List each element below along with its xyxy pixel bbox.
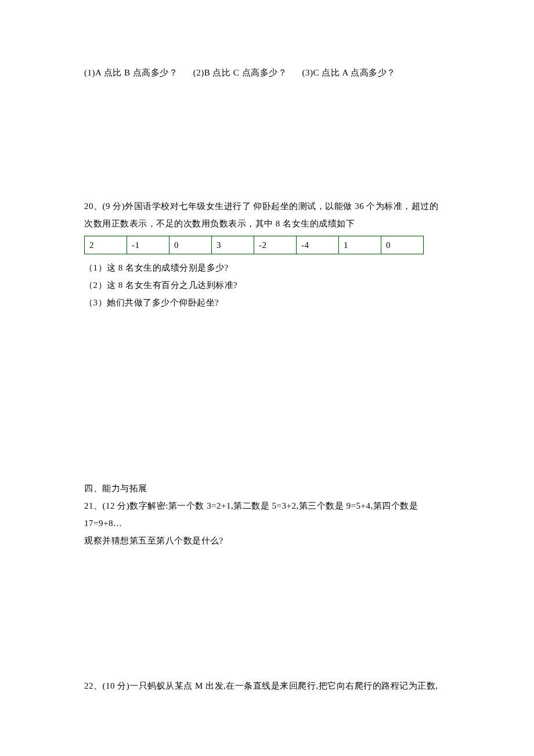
q20-data-table: 2 -1 0 3 -2 -4 1 0	[84, 236, 424, 254]
q20-sub-3: （3）她们共做了多少个仰卧起坐?	[84, 294, 450, 311]
section-4-title: 四、能力与拓展	[84, 480, 450, 497]
q19-part-1: (1)A 点比 B 点高多少？	[84, 68, 178, 77]
q21-line-3: 观察并猜想第五至第八个数是什么?	[84, 532, 450, 549]
q21-line-1: 21、(12 分)数字解密:第一个数 3=2+1,第二数是 5=3+2,第三个数…	[84, 497, 450, 514]
cell-6: -4	[297, 236, 339, 254]
cell-7: 1	[339, 236, 381, 254]
cell-8: 0	[381, 236, 424, 254]
q19-part-3: (3)C 点比 A 点高多少？	[302, 68, 396, 77]
q20-intro-line-2: 次数用正数表示，不足的次数用负数表示，其中 8 名女生的成绩如下	[84, 215, 450, 232]
cell-2: -1	[127, 236, 169, 254]
cell-5: -2	[254, 236, 297, 254]
q20-sub-1: （1）这 8 名女生的成绩分别是多少?	[84, 259, 450, 276]
q20-sub-2: （2）这 8 名女生有百分之几达到标准?	[84, 276, 450, 294]
table-row: 2 -1 0 3 -2 -4 1 0	[85, 236, 424, 254]
q21-line-2: 17=9+8…	[84, 514, 450, 532]
cell-1: 2	[85, 236, 127, 254]
cell-4: 3	[212, 236, 254, 254]
cell-3: 0	[169, 236, 212, 254]
q19-subparts: (1)A 点比 B 点高多少？ (2)B 点比 C 点高多少？ (3)C 点比 …	[84, 64, 450, 81]
q22-line-1: 22、(10 分)一只蚂蚁从某点 M 出发,在一条直线是来回爬行,把它向右爬行的…	[84, 677, 450, 694]
q19-part-2: (2)B 点比 C 点高多少？	[193, 68, 287, 77]
q20-intro-line-1: 20、(9 分)外国语学校对七年级女生进行了 仰卧起坐的测试，以能做 36 个为…	[84, 197, 450, 215]
document-page: (1)A 点比 B 点高多少？ (2)B 点比 C 点高多少？ (3)C 点比 …	[0, 0, 534, 756]
